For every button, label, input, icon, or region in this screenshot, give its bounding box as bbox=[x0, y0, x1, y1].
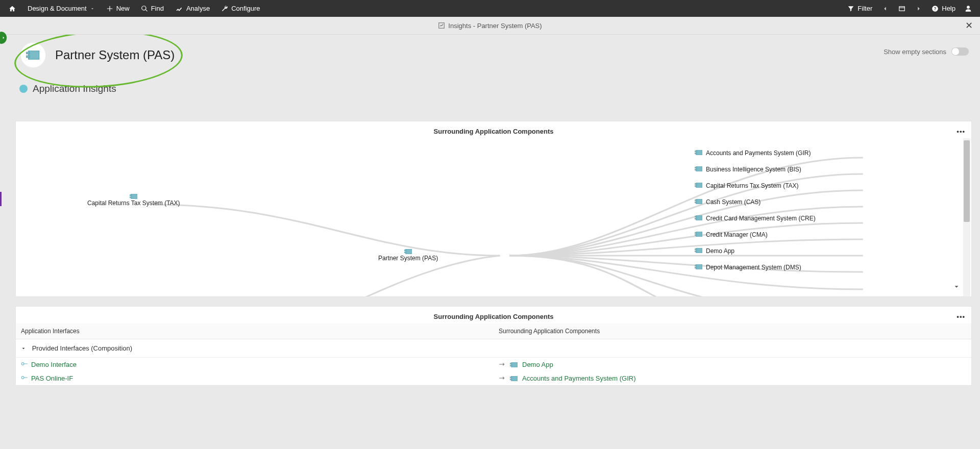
nav-next-button[interactable] bbox=[913, 3, 924, 14]
table-group-row[interactable]: Provided Interfaces (Composition) bbox=[16, 339, 971, 358]
panel-menu-button[interactable]: ••• bbox=[957, 313, 965, 320]
diagram-node-left[interactable]: Capital Returns Tax System (TAX) bbox=[87, 193, 180, 207]
tab-title-text: Insights - Partner System (PAS) bbox=[448, 22, 542, 30]
svg-rect-14 bbox=[695, 153, 697, 154]
svg-rect-46 bbox=[510, 377, 512, 378]
show-empty-sections-control: Show empty sections bbox=[884, 47, 969, 56]
svg-rect-34 bbox=[695, 265, 697, 266]
group-label: Provided Interfaces (Composition) bbox=[32, 344, 133, 352]
svg-rect-4 bbox=[26, 52, 30, 54]
svg-rect-29 bbox=[695, 235, 697, 236]
relationship-diagram[interactable]: Capital Returns Tax System (TAX) Partner… bbox=[16, 138, 971, 296]
analyse-button[interactable]: Analyse bbox=[173, 3, 212, 14]
svg-rect-13 bbox=[695, 151, 697, 152]
arrow-right-icon bbox=[499, 375, 506, 382]
svg-point-36 bbox=[21, 363, 24, 365]
help-button[interactable]: ? Help bbox=[929, 3, 958, 14]
table-header-interfaces[interactable]: Application Interfaces bbox=[16, 323, 494, 339]
interface-link[interactable]: Demo Interface bbox=[21, 361, 77, 368]
app-component-icon bbox=[130, 193, 138, 199]
top-toolbar: Design & Document New Find Analyse Confi… bbox=[0, 0, 980, 17]
interface-link[interactable]: PAS Online-IF bbox=[21, 375, 73, 382]
component-name: Demo App bbox=[522, 361, 553, 368]
analyse-label: Analyse bbox=[186, 5, 210, 12]
diagram-node-right[interactable]: Credit Manager (CMA) bbox=[695, 231, 768, 238]
filter-label: Filter bbox=[857, 5, 872, 12]
diagram-edges bbox=[16, 138, 971, 296]
table-header-components[interactable]: Surrounding Application Components bbox=[494, 323, 971, 339]
app-component-icon bbox=[510, 376, 518, 382]
app-component-icon bbox=[695, 231, 703, 237]
window-button[interactable] bbox=[896, 3, 908, 14]
app-component-icon bbox=[695, 264, 703, 270]
svg-rect-6 bbox=[131, 194, 137, 198]
app-icon bbox=[20, 42, 46, 68]
svg-rect-20 bbox=[695, 186, 697, 187]
find-button[interactable]: Find bbox=[139, 3, 166, 14]
svg-point-42 bbox=[21, 377, 24, 379]
diagram-expand-button[interactable] bbox=[953, 283, 960, 290]
diagram-node-label: Partner System (PAS) bbox=[378, 255, 438, 262]
svg-rect-40 bbox=[510, 363, 512, 364]
svg-rect-15 bbox=[696, 166, 702, 171]
filter-button[interactable]: Filter bbox=[845, 3, 874, 14]
home-icon bbox=[8, 5, 16, 12]
diagram-node-center[interactable]: Partner System (PAS) bbox=[378, 248, 438, 262]
component-link[interactable]: Accounts and Payments System (GIR) bbox=[522, 375, 636, 382]
svg-rect-33 bbox=[696, 264, 702, 269]
diagram-node-right[interactable]: Demo App bbox=[695, 247, 734, 255]
panel-title: Surrounding Application Components bbox=[434, 313, 554, 320]
svg-rect-47 bbox=[510, 379, 512, 380]
component-link[interactable]: Demo App bbox=[522, 361, 553, 368]
diagram-node-label: Accounts and Payments System (GIR) bbox=[706, 149, 811, 157]
panel-menu-button[interactable]: ••• bbox=[957, 128, 965, 135]
svg-rect-32 bbox=[695, 251, 697, 252]
caret-down-icon bbox=[21, 345, 26, 353]
app-component-icon bbox=[695, 198, 703, 205]
home-button[interactable] bbox=[6, 3, 18, 14]
tab-bar: Insights - Partner System (PAS) ✕ bbox=[0, 17, 980, 35]
nav-prev-button[interactable] bbox=[879, 3, 891, 14]
diagram-node-right[interactable]: Depot Management System (DMS) bbox=[695, 264, 801, 271]
diagram-node-label: Business Intelligence System (BIS) bbox=[706, 166, 801, 173]
svg-rect-10 bbox=[404, 250, 406, 251]
interface-name: PAS Online-IF bbox=[31, 375, 73, 382]
diagram-node-right[interactable]: Capital Returns Tax System (TAX) bbox=[695, 182, 799, 189]
user-button[interactable] bbox=[963, 3, 974, 14]
svg-rect-18 bbox=[696, 183, 702, 187]
page-header: Partner System (PAS) Application Insight… bbox=[15, 37, 972, 110]
diagram-node-right[interactable]: Cash System (CAS) bbox=[695, 198, 761, 206]
filter-icon bbox=[847, 5, 854, 12]
svg-rect-27 bbox=[696, 232, 702, 236]
insights-icon bbox=[438, 22, 445, 29]
svg-rect-23 bbox=[695, 202, 697, 203]
diagram-node-right[interactable]: Accounts and Payments System (GIR) bbox=[695, 149, 811, 157]
svg-rect-9 bbox=[405, 249, 411, 254]
menu-design-document[interactable]: Design & Document bbox=[26, 3, 97, 14]
configure-button[interactable]: Configure bbox=[219, 3, 262, 14]
show-empty-toggle[interactable] bbox=[951, 47, 969, 56]
app-component-icon bbox=[404, 248, 412, 255]
diagram-node-label: Depot Management System (DMS) bbox=[706, 264, 801, 271]
diagram-node-label: Cash System (CAS) bbox=[706, 198, 761, 206]
close-tab-button[interactable]: ✕ bbox=[965, 21, 973, 30]
diagram-node-right[interactable]: Business Intelligence System (BIS) bbox=[695, 166, 801, 173]
table-row: PAS Online-IFAccounts and Payments Syste… bbox=[16, 371, 971, 385]
diagram-node-right[interactable]: Credit Card Management System (CRE) bbox=[695, 215, 816, 222]
svg-rect-21 bbox=[696, 199, 702, 204]
chart-line-icon bbox=[175, 5, 183, 12]
section-indicator-dot bbox=[19, 85, 28, 93]
diagram-node-label: Credit Manager (CMA) bbox=[706, 231, 768, 238]
app-component-icon bbox=[695, 247, 703, 254]
chevron-down-icon bbox=[90, 6, 95, 11]
interface-icon bbox=[21, 361, 28, 368]
main-content: Partner System (PAS) Application Insight… bbox=[0, 35, 980, 449]
diagram-node-label: Credit Card Management System (CRE) bbox=[706, 215, 816, 222]
svg-rect-12 bbox=[696, 150, 702, 155]
component-name: Accounts and Payments System (GIR) bbox=[522, 375, 636, 382]
svg-rect-16 bbox=[695, 167, 697, 168]
new-button[interactable]: New bbox=[104, 3, 132, 14]
wrench-icon bbox=[221, 5, 228, 12]
app-component-icon bbox=[695, 182, 703, 188]
diagram-scrollbar[interactable] bbox=[963, 138, 970, 296]
